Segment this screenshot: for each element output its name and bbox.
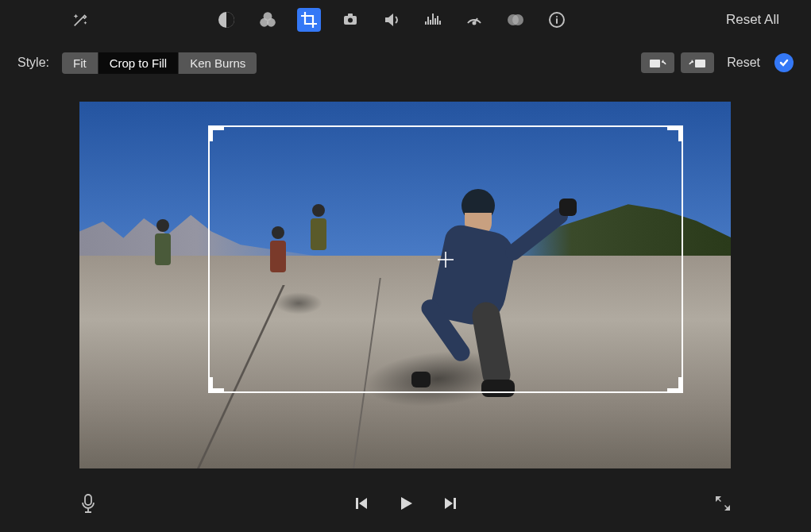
speed-icon[interactable] bbox=[462, 8, 486, 32]
video-viewer[interactable] bbox=[79, 102, 731, 468]
volume-icon[interactable] bbox=[380, 8, 404, 32]
crop-style-bar: Style: Fit Crop to Fill Ken Burns Reset bbox=[0, 43, 811, 83]
svg-point-9 bbox=[512, 14, 523, 25]
transport-controls bbox=[353, 494, 458, 513]
crop-right-controls: Reset bbox=[641, 52, 794, 73]
crop-handle-bottom-left[interactable] bbox=[208, 377, 224, 393]
inspector-toolbar: Reset All bbox=[0, 0, 811, 40]
color-correction-icon[interactable] bbox=[256, 8, 280, 32]
crop-handle-top-left[interactable] bbox=[208, 125, 224, 141]
crop-handle-bottom-right[interactable] bbox=[667, 377, 683, 393]
svg-rect-11 bbox=[650, 60, 660, 67]
play-button[interactable] bbox=[396, 494, 415, 513]
rotate-cw-button[interactable] bbox=[681, 52, 714, 73]
crop-rectangle[interactable] bbox=[208, 125, 683, 393]
style-fit-button[interactable]: Fit bbox=[62, 52, 98, 74]
color-balance-icon[interactable] bbox=[214, 8, 238, 32]
reset-crop-button[interactable]: Reset bbox=[727, 56, 760, 70]
info-icon[interactable] bbox=[545, 8, 569, 32]
video-overlay-icon[interactable] bbox=[504, 8, 527, 32]
svg-point-3 bbox=[267, 18, 276, 27]
style-croptofill-button[interactable]: Crop to Fill bbox=[98, 52, 180, 74]
style-kenburns-button[interactable]: Ken Burns bbox=[179, 52, 257, 74]
fullscreen-button[interactable] bbox=[714, 495, 732, 512]
apply-crop-button[interactable] bbox=[774, 53, 794, 72]
svg-rect-15 bbox=[454, 498, 456, 509]
playback-bar bbox=[0, 484, 811, 522]
previous-frame-button[interactable] bbox=[353, 495, 369, 511]
svg-point-6 bbox=[348, 18, 353, 23]
rotate-ccw-button[interactable] bbox=[641, 52, 674, 73]
svg-rect-12 bbox=[695, 60, 705, 67]
crop-center-crosshair bbox=[438, 252, 454, 268]
crop-icon[interactable] bbox=[297, 8, 321, 32]
crop-handle-top-right[interactable] bbox=[667, 125, 683, 141]
svg-rect-5 bbox=[348, 13, 353, 17]
style-label: Style: bbox=[17, 56, 49, 70]
svg-rect-13 bbox=[85, 495, 91, 505]
preview-person-1 bbox=[145, 219, 180, 295]
inspector-tool-icons bbox=[214, 8, 569, 32]
auto-enhance-icon[interactable] bbox=[71, 11, 89, 29]
svg-rect-14 bbox=[356, 498, 358, 509]
stabilization-icon[interactable] bbox=[338, 8, 362, 32]
voiceover-icon[interactable] bbox=[79, 493, 97, 514]
crop-style-segmented: Fit Crop to Fill Ken Burns bbox=[62, 52, 257, 74]
reset-all-button[interactable]: Reset All bbox=[726, 12, 779, 28]
noise-reduction-icon[interactable] bbox=[421, 8, 445, 32]
next-frame-button[interactable] bbox=[442, 495, 458, 511]
